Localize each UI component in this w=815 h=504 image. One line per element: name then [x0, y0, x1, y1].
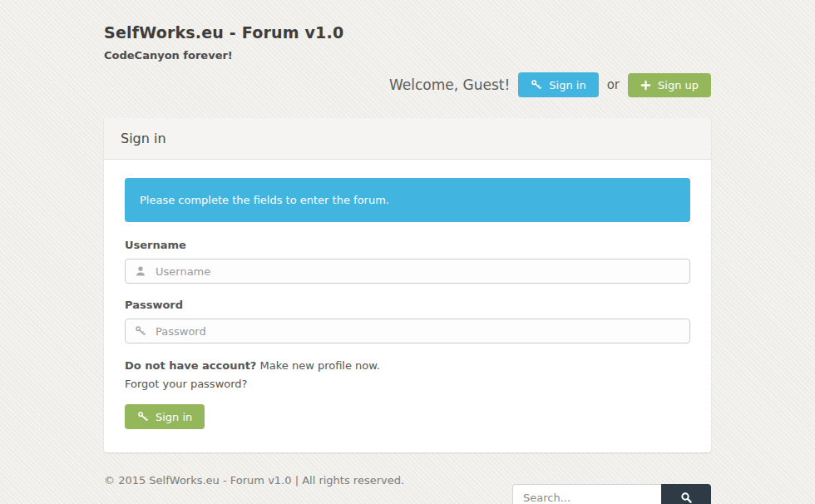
welcome-text: Welcome, Guest!: [389, 77, 510, 93]
footer: © 2015 SelfWorks.eu - Forum v1.0 | All r…: [104, 471, 711, 504]
search-input[interactable]: [512, 484, 661, 504]
password-label: Password: [125, 299, 690, 311]
sign-in-panel: Sign in Please complete the fields to en…: [104, 118, 711, 452]
username-input-wrap: [125, 259, 690, 284]
panel-body: Please complete the fields to enter the …: [104, 160, 711, 452]
sign-up-label: Sign up: [658, 80, 699, 91]
sign-up-button[interactable]: Sign up: [628, 73, 711, 97]
forgot-password-row: Forgot your password?: [125, 377, 690, 392]
plus-icon: [640, 80, 651, 91]
sign-in-top-label: Sign in: [549, 80, 585, 91]
username-input[interactable]: [125, 259, 690, 284]
site-header: SelfWorks.eu - Forum v1.0 CodeCanyon for…: [104, 0, 711, 62]
username-label: Username: [125, 239, 690, 251]
key-icon: [135, 325, 146, 337]
sign-in-top-button[interactable]: Sign in: [518, 72, 598, 97]
site-tagline: CodeCanyon forever!: [104, 49, 711, 62]
or-text: or: [607, 77, 620, 92]
sign-in-submit-label: Sign in: [156, 412, 192, 422]
page-container: SelfWorks.eu - Forum v1.0 CodeCanyon for…: [104, 0, 711, 504]
user-icon: [135, 265, 146, 277]
panel-header: Sign in: [104, 118, 711, 160]
forgot-password-link[interactable]: Forgot your password?: [125, 378, 248, 390]
copyright-text: © 2015 SelfWorks.eu - Forum v1.0 | All r…: [104, 471, 404, 504]
key-icon: [531, 79, 542, 91]
username-group: Username: [125, 239, 690, 284]
info-alert: Please complete the fields to enter the …: [125, 178, 690, 222]
submit-row: Sign in: [125, 404, 690, 429]
password-input[interactable]: [125, 319, 690, 343]
password-group: Password: [125, 299, 690, 343]
search-button[interactable]: [661, 484, 711, 504]
register-hint: Do not have account? Make new profile no…: [125, 358, 690, 373]
search-group: [512, 484, 711, 504]
key-icon: [137, 411, 149, 422]
search-icon: [680, 492, 693, 504]
sign-in-submit-button[interactable]: Sign in: [125, 404, 205, 429]
no-account-text: Do not have account?: [125, 359, 256, 372]
site-title: SelfWorks.eu - Forum v1.0: [104, 23, 711, 42]
make-profile-link[interactable]: Make new profile now.: [256, 359, 379, 372]
user-bar: Welcome, Guest! Sign in or Sign up: [104, 72, 711, 98]
password-input-wrap: [125, 319, 690, 343]
